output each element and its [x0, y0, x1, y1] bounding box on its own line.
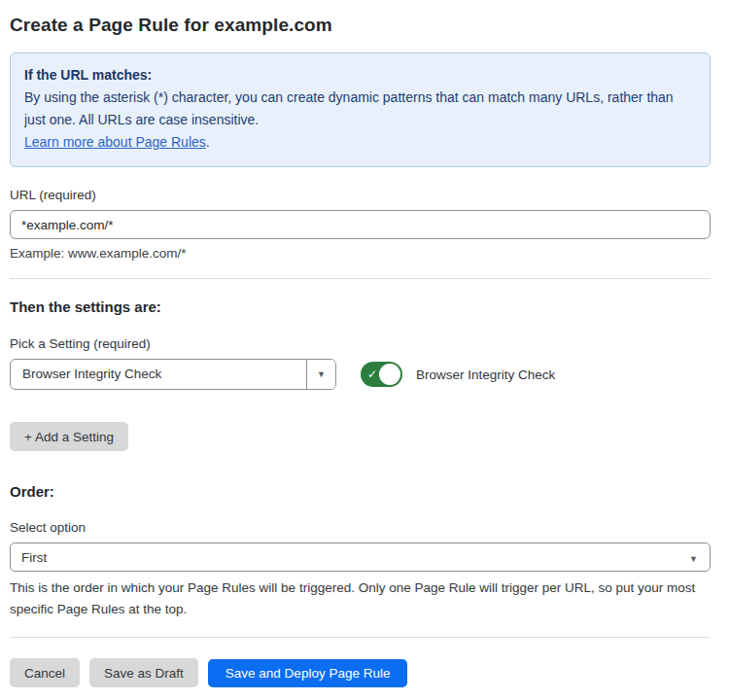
learn-more-link[interactable]: Learn more about Page Rules	[24, 134, 206, 150]
setting-dropdown-value: Browser Integrity Check	[11, 360, 306, 389]
page-title: Create a Page Rule for example.com	[10, 15, 711, 36]
info-box-heading: If the URL matches:	[24, 64, 696, 87]
order-select[interactable]: First ▼	[10, 542, 711, 572]
settings-section-heading: Then the settings are:	[10, 298, 711, 315]
section-divider	[10, 278, 711, 279]
url-example-helper: Example: www.example.com/*	[10, 246, 711, 261]
check-icon: ✓	[367, 368, 377, 380]
footer-divider	[10, 637, 711, 638]
order-select-value: First	[11, 550, 689, 565]
info-box-body: By using the asterisk (*) character, you…	[24, 87, 696, 131]
setting-picker-label: Pick a Setting (required)	[10, 336, 711, 351]
toggle-label: Browser Integrity Check	[416, 368, 555, 382]
select-chevron-down-icon: ▼	[689, 548, 710, 566]
info-box-link-line: Learn more about Page Rules.	[24, 131, 696, 154]
page-rule-form: Create a Page Rule for example.com If th…	[10, 0, 711, 687]
setting-dropdown[interactable]: Browser Integrity Check ▼	[10, 359, 336, 390]
url-field-label: URL (required)	[10, 188, 711, 202]
setting-dropdown-arrow-button[interactable]: ▼	[306, 360, 335, 389]
save-deploy-button[interactable]: Save and Deploy Page Rule	[208, 659, 408, 687]
order-select-label: Select option	[10, 520, 711, 535]
link-period: .	[206, 134, 210, 150]
chevron-down-icon: ▼	[317, 369, 326, 379]
url-input[interactable]	[10, 210, 711, 239]
url-match-info-box: If the URL matches: By using the asteris…	[10, 52, 711, 167]
setting-row: Browser Integrity Check ▼ ✓ Browser Inte…	[10, 359, 711, 390]
save-draft-button[interactable]: Save as Draft	[89, 658, 198, 687]
add-setting-button[interactable]: + Add a Setting	[10, 422, 128, 451]
browser-integrity-check-toggle[interactable]: ✓	[361, 362, 402, 387]
footer-actions: Cancel Save as Draft Save and Deploy Pag…	[10, 658, 711, 687]
toggle-knob	[379, 364, 400, 385]
cancel-button[interactable]: Cancel	[10, 658, 80, 687]
order-helper-text: This is the order in which your Page Rul…	[10, 578, 711, 620]
order-section-heading: Order:	[10, 483, 711, 500]
